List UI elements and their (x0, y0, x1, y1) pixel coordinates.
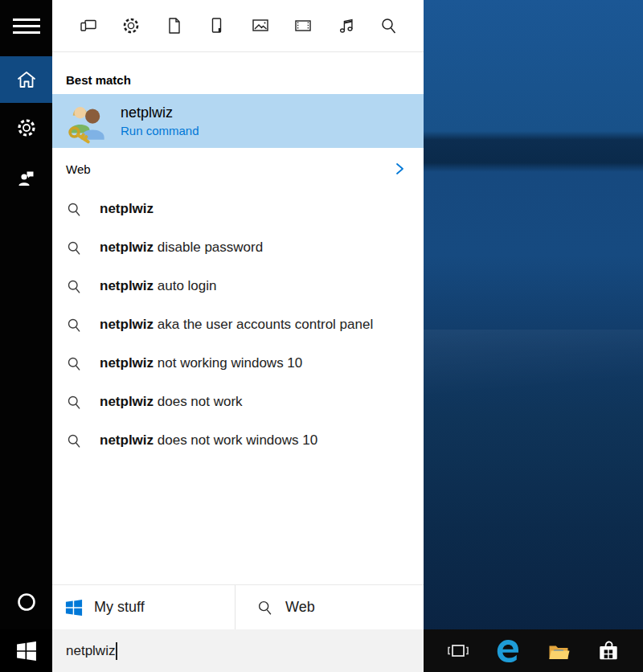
music-icon (337, 16, 356, 35)
devices-icon (78, 16, 99, 35)
store-button[interactable] (592, 635, 625, 667)
wallpaper-light-beam (424, 330, 643, 424)
sidebar-item-feedback[interactable] (0, 158, 52, 198)
web-suggestions-list: netplwiz netplwiz disable password netpl… (52, 190, 424, 460)
sidebar (0, 0, 52, 672)
best-match-result[interactable]: netplwiz Run command (52, 94, 424, 148)
store-icon (596, 639, 620, 663)
best-match-label: Best match (52, 52, 424, 94)
search-icon (66, 278, 83, 295)
search-icon (66, 201, 83, 218)
hamburger-icon (13, 14, 40, 38)
video-icon (293, 16, 313, 35)
suggestion-item[interactable]: netplwiz does not work windows 10 (52, 421, 424, 460)
filter-settings-button[interactable] (119, 14, 143, 38)
best-match-subtitle: Run command (121, 124, 199, 137)
sidebar-item-settings[interactable] (0, 108, 52, 148)
my-stuff-button[interactable]: My stuff (52, 585, 235, 629)
desktop-wallpaper (424, 0, 643, 672)
filter-documents-button[interactable] (162, 14, 186, 38)
web-section-label: Web (66, 162, 91, 176)
taskbar (424, 629, 643, 672)
best-match-title: netplwiz (121, 104, 199, 121)
file-explorer-button[interactable] (543, 635, 575, 667)
document-icon (165, 16, 184, 35)
search-icon (66, 317, 83, 334)
edge-icon (495, 638, 521, 664)
search-icon (66, 240, 83, 256)
search-icon (256, 599, 274, 617)
search-panel: Best match netplwiz Run command Web (52, 0, 424, 629)
filter-videos-button[interactable] (291, 14, 315, 38)
suggestion-item[interactable]: netplwiz aka the user accounts control p… (52, 305, 424, 344)
folder-icon (547, 640, 571, 662)
sidebar-item-home[interactable] (0, 56, 52, 103)
search-input-value: netplwiz (66, 643, 115, 659)
gear-icon (16, 117, 37, 138)
filter-photos-button[interactable] (248, 14, 272, 38)
settings-gear-icon (121, 16, 141, 35)
web-section-header[interactable]: Web (52, 148, 424, 190)
notebook-icon (207, 16, 227, 35)
web-search-button[interactable]: Web (235, 585, 424, 629)
search-icon (66, 432, 83, 449)
home-icon (15, 69, 38, 90)
filter-web-button[interactable] (377, 14, 401, 38)
user-accounts-icon (63, 98, 109, 145)
chevron-right-icon (393, 162, 406, 176)
filter-music-button[interactable] (334, 14, 358, 38)
suggestion-item[interactable]: netplwiz does not work (52, 383, 424, 421)
web-search-label: Web (285, 599, 315, 616)
person-feedback-icon (15, 167, 38, 188)
filter-folders-button[interactable] (205, 14, 229, 38)
task-view-button[interactable] (442, 635, 474, 667)
suggestion-item[interactable]: netplwiz auto login (52, 267, 424, 305)
photo-icon (250, 16, 271, 35)
cortana-button[interactable] (0, 580, 52, 623)
filter-devices-button[interactable] (76, 14, 100, 38)
cortana-ring-icon (16, 592, 37, 613)
start-button[interactable] (0, 629, 52, 672)
search-icon (66, 355, 83, 372)
suggestion-item[interactable]: netplwiz (52, 190, 424, 228)
taskbar-search-input[interactable]: netplwiz (52, 629, 424, 672)
search-icon (379, 16, 399, 35)
hamburger-menu-button[interactable] (0, 0, 52, 52)
search-icon (66, 394, 83, 411)
panel-empty-space (52, 460, 424, 584)
suggestion-item[interactable]: netplwiz not working windows 10 (52, 344, 424, 383)
task-view-icon (446, 641, 470, 661)
edge-button[interactable] (492, 635, 524, 667)
screen: Best match netplwiz Run command Web (0, 0, 643, 672)
filter-bar (52, 0, 424, 52)
my-stuff-label: My stuff (94, 599, 145, 616)
windows-logo-icon (65, 599, 83, 617)
footer-bar: My stuff Web (52, 584, 424, 629)
suggestion-item[interactable]: netplwiz disable password (52, 228, 424, 267)
windows-logo-icon (16, 641, 37, 662)
text-cursor (116, 642, 117, 660)
